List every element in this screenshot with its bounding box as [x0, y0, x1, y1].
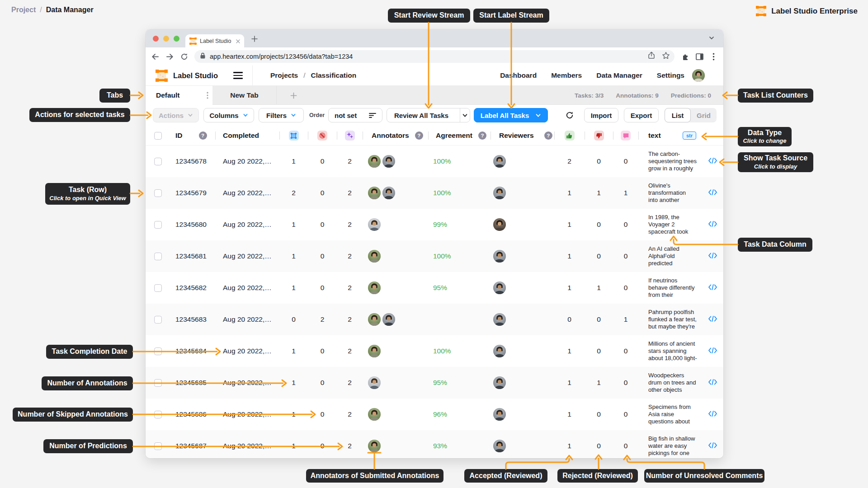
table-row[interactable]: 12345679 Aug 20 2022,… 2 0 2 100% 1 1 1 …	[146, 177, 723, 209]
annotator-avatar[interactable]	[368, 345, 381, 357]
table-row[interactable]: 12345678 Aug 20 2022,… 1 0 2 100% 2 0 0 …	[146, 145, 723, 177]
browser-tab[interactable]: Label Studio	[185, 34, 244, 47]
nav-dashboard[interactable]: Dashboard	[500, 71, 537, 80]
reviewer-avatar[interactable]	[493, 440, 506, 452]
header-cell-reviewers[interactable]: Reviewers?	[491, 126, 554, 145]
row-checkbox[interactable]	[154, 221, 162, 229]
header-cell-skipped-count[interactable]	[308, 126, 337, 145]
row-checkbox[interactable]	[154, 253, 162, 260]
nav-members[interactable]: Members	[551, 71, 582, 80]
annotator-avatar[interactable]	[368, 408, 381, 421]
show-source-icon[interactable]	[708, 284, 717, 292]
header-cell-completed[interactable]: Completed	[215, 126, 279, 145]
tab-close-icon[interactable]	[236, 37, 240, 45]
header-cell-accepted[interactable]	[554, 126, 585, 145]
table-row[interactable]: 12345684 Aug 20 2022,… 1 0 2 100% 1 0 0 …	[146, 335, 723, 367]
show-source-icon[interactable]	[708, 221, 717, 229]
select-all-checkbox[interactable]	[154, 132, 162, 140]
columns-button[interactable]: Columns	[203, 108, 254, 122]
annotator-avatar[interactable]	[368, 282, 381, 294]
header-cell-comments[interactable]	[613, 126, 638, 145]
table-row[interactable]: 12345683 Aug 20 2022,… 0 2 2 0 0 1 Pahru…	[146, 304, 723, 335]
export-button[interactable]: Export	[624, 108, 659, 122]
show-source-icon[interactable]	[708, 189, 717, 197]
annotator-avatar[interactable]	[368, 218, 381, 231]
traffic-zoom-button[interactable]	[174, 36, 179, 42]
annotator-avatar[interactable]	[368, 440, 381, 452]
review-all-tasks-button[interactable]: Review All Tasks	[387, 108, 470, 122]
annotator-avatar[interactable]	[368, 313, 381, 326]
forward-icon[interactable]	[164, 51, 175, 62]
annotator-avatar[interactable]	[382, 155, 395, 168]
reload-icon[interactable]	[179, 51, 189, 62]
reviewer-avatar[interactable]	[493, 408, 506, 421]
annotator-avatar[interactable]	[382, 187, 395, 199]
reviewer-avatar[interactable]	[493, 250, 506, 263]
header-cell-id[interactable]: ID?	[164, 126, 215, 145]
bookmark-star-icon[interactable]	[662, 52, 670, 61]
order-button[interactable]: not set	[328, 108, 382, 122]
grid-view-button[interactable]: Grid	[691, 112, 717, 119]
extensions-puzzle-icon[interactable]	[681, 52, 691, 61]
annotator-avatar[interactable]	[382, 313, 395, 326]
row-checkbox[interactable]	[154, 189, 162, 197]
reviewer-avatar[interactable]	[493, 345, 506, 357]
label-all-tasks-button[interactable]: Label All Tasks	[474, 108, 548, 122]
show-source-icon[interactable]	[708, 442, 717, 450]
tab-options-kebab-icon[interactable]	[203, 91, 212, 99]
row-checkbox[interactable]	[154, 347, 162, 355]
annotator-avatar[interactable]	[368, 187, 381, 199]
table-row[interactable]: 12345685 Aug 20 2022,… 1 0 2 95% 1 1 0 W…	[146, 367, 723, 399]
row-checkbox[interactable]	[154, 158, 162, 165]
browser-menu-kebab-icon[interactable]	[708, 52, 718, 61]
nav-settings[interactable]: Settings	[657, 71, 684, 80]
new-tab-icon[interactable]	[249, 33, 260, 45]
sidebar-panel-icon[interactable]	[694, 52, 704, 61]
review-dropdown-chevron[interactable]	[460, 108, 470, 122]
annotator-avatar[interactable]	[368, 376, 381, 389]
data-type-badge[interactable]: str	[683, 131, 696, 140]
app-breadcrumb-projects[interactable]: Projects	[270, 71, 298, 80]
breadcrumb-section[interactable]: Project	[11, 6, 36, 14]
omnibox[interactable]: app.heartex.com/projects/123456/data?tab…	[194, 50, 675, 63]
hamburger-menu-icon[interactable]	[233, 72, 243, 79]
header-cell-rejected[interactable]	[585, 126, 613, 145]
row-checkbox[interactable]	[154, 316, 162, 324]
table-row[interactable]: 12345682 Aug 20 2022,… 1 0 2 95% 1 1 0 I…	[146, 272, 723, 304]
filters-button[interactable]: Filters	[259, 108, 304, 122]
dm-tab-default[interactable]: Default	[146, 86, 212, 105]
import-button[interactable]: Import	[584, 108, 618, 122]
back-icon[interactable]	[150, 51, 160, 62]
add-tab-icon[interactable]	[288, 90, 299, 101]
traffic-close-button[interactable]	[153, 36, 159, 42]
table-row[interactable]: 12345686 Aug 20 2022,… 1 0 2 96% 1 0 0 S…	[146, 399, 723, 430]
help-icon[interactable]: ?	[544, 131, 552, 140]
help-icon[interactable]: ?	[478, 131, 486, 140]
reviewer-avatar[interactable]	[493, 155, 506, 168]
header-cell-prediction-count[interactable]	[337, 126, 363, 145]
nav-data-manager[interactable]: Data Manager	[596, 71, 642, 80]
header-cell-text[interactable]: textstr	[638, 126, 702, 145]
traffic-minimize-button[interactable]	[163, 36, 169, 42]
table-row[interactable]: 12345687 Aug 20 2022,… 1 0 2 93% 1 0 0 B…	[146, 430, 723, 458]
dm-tab-new[interactable]: New Tab	[212, 86, 277, 105]
help-icon[interactable]: ?	[415, 131, 423, 140]
row-checkbox[interactable]	[154, 411, 162, 418]
actions-button[interactable]: Actions	[153, 108, 199, 122]
table-row[interactable]: 12345680 Aug 20 2022,… 1 0 2 99% 1 0 0 I…	[146, 209, 723, 240]
reviewer-avatar[interactable]	[493, 313, 506, 326]
reviewer-avatar[interactable]	[493, 282, 506, 294]
header-cell-agreement[interactable]: Agreement?	[428, 126, 491, 145]
reviewer-avatar[interactable]	[493, 187, 506, 199]
show-source-icon[interactable]	[708, 410, 717, 419]
reviewer-avatar[interactable]	[493, 376, 506, 389]
tab-search-chevron-icon[interactable]	[708, 34, 715, 43]
help-icon[interactable]: ?	[199, 131, 207, 140]
show-source-icon[interactable]	[708, 379, 717, 387]
share-icon[interactable]	[647, 52, 656, 61]
show-source-icon[interactable]	[708, 315, 717, 324]
lock-icon[interactable]	[200, 52, 206, 61]
annotator-avatar[interactable]	[368, 155, 381, 168]
row-checkbox[interactable]	[154, 284, 162, 292]
show-source-icon[interactable]	[708, 347, 717, 356]
